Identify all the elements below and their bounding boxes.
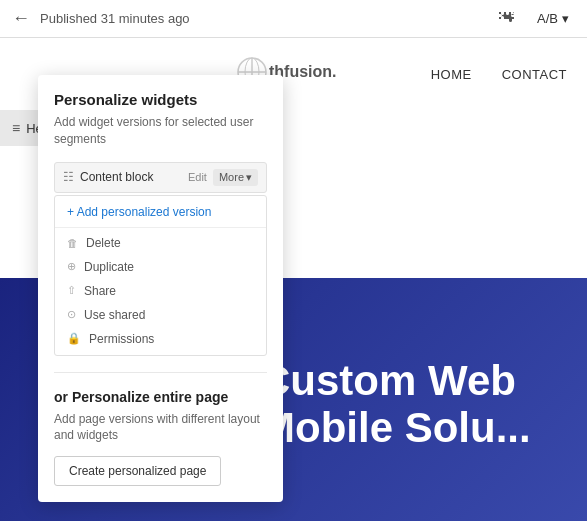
- edit-link[interactable]: Edit: [188, 171, 207, 183]
- ab-test-button[interactable]: A/B ▾: [531, 7, 575, 30]
- hero-text-2: Mobile Solu...: [260, 405, 567, 451]
- ab-chevron-icon: ▾: [562, 11, 569, 26]
- back-button[interactable]: ←: [12, 8, 30, 29]
- duplicate-label: Duplicate: [84, 260, 134, 274]
- duplicate-item[interactable]: ⊕ Duplicate: [55, 255, 266, 279]
- ab-label: A/B: [537, 11, 558, 26]
- popover-title: Personalize widgets: [54, 91, 267, 108]
- create-personalized-page-button[interactable]: Create personalized page: [54, 456, 221, 486]
- published-status: Published 31 minutes ago: [40, 11, 483, 26]
- share-item[interactable]: ⇧ Share: [55, 279, 266, 303]
- content-block-left: ☷ Content block: [63, 170, 153, 184]
- use-shared-item[interactable]: ⊙ Use shared: [55, 303, 266, 327]
- content-block-actions: Edit More ▾: [188, 169, 258, 186]
- nav-contact[interactable]: CONTACT: [502, 67, 567, 82]
- more-button[interactable]: More ▾: [213, 169, 258, 186]
- use-shared-label: Use shared: [84, 308, 145, 322]
- add-personalized-version-item[interactable]: + Add personalized version: [55, 200, 266, 224]
- permissions-icon: 🔒: [67, 332, 81, 345]
- section-divider: [54, 372, 267, 373]
- more-dropdown-menu: + Add personalized version 🗑 Delete ⊕ Du…: [54, 195, 267, 356]
- dropdown-divider: [55, 227, 266, 228]
- delete-label: Delete: [86, 236, 121, 250]
- personalize-page-desc: Add page versions with different layout …: [54, 411, 267, 445]
- hamburger-icon: ≡: [12, 120, 20, 136]
- add-personalized-label: + Add personalized version: [67, 205, 211, 219]
- popover-description: Add widget versions for selected user se…: [54, 114, 267, 148]
- share-icon: ⇧: [67, 284, 76, 297]
- personalize-popover: Personalize widgets Add widget versions …: [38, 75, 283, 502]
- use-shared-icon: ⊙: [67, 308, 76, 321]
- permissions-label: Permissions: [89, 332, 154, 346]
- hero-text-1: Custom Web: [260, 358, 567, 404]
- delete-icon: 🗑: [67, 237, 78, 249]
- personalize-page-title: or Personalize entire page: [54, 389, 267, 405]
- grid-icon: ☷: [63, 170, 74, 184]
- delete-item[interactable]: 🗑 Delete: [55, 231, 266, 255]
- permissions-item[interactable]: 🔒 Permissions: [55, 327, 266, 351]
- duplicate-icon: ⊕: [67, 260, 76, 273]
- nav-home[interactable]: HOME: [431, 67, 472, 82]
- cms-topbar: ← Published 31 minutes ago A/B ▾: [0, 0, 587, 38]
- more-chevron-icon: ▾: [246, 171, 252, 184]
- personalize-icon-button[interactable]: [493, 5, 521, 33]
- content-block-label: Content block: [80, 170, 153, 184]
- share-label: Share: [84, 284, 116, 298]
- content-block-row: ☷ Content block Edit More ▾: [54, 162, 267, 193]
- more-label: More: [219, 171, 244, 183]
